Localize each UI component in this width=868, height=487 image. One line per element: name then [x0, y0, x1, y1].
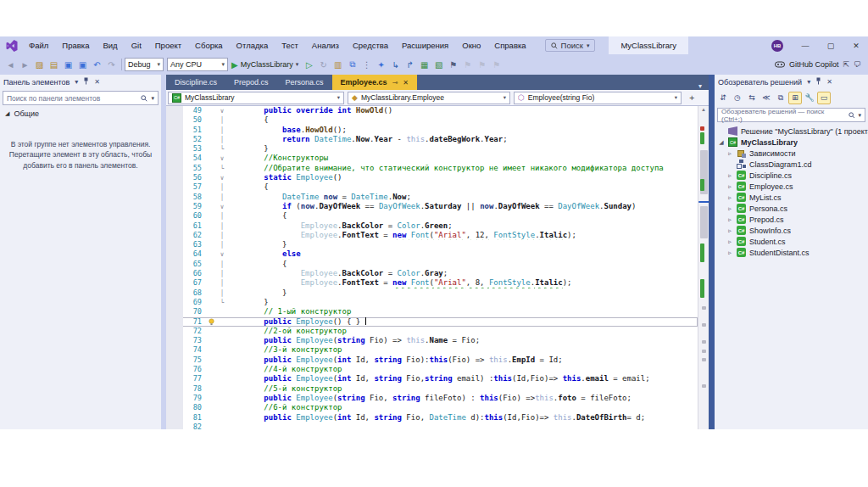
options-dots-icon[interactable]: ⋮: [359, 58, 374, 72]
outlining-margin[interactable]: [217, 413, 227, 423]
lightbulb-icon[interactable]: [208, 318, 215, 326]
save-all-icon[interactable]: ▣: [75, 58, 90, 72]
save-icon[interactable]: ▣: [61, 58, 75, 72]
close-icon[interactable]: ✕: [826, 78, 832, 86]
code-line-53[interactable]: 53└ }: [166, 144, 698, 154]
tree-arrow-collapsed-icon[interactable]: ▹: [726, 216, 733, 223]
tree-arrow-collapsed-icon[interactable]: ▹: [726, 227, 733, 234]
tree-item-student-cs[interactable]: ▹C#Student.cs: [715, 236, 868, 247]
tree-arrow-expanded-icon[interactable]: ◢: [718, 139, 725, 146]
close-button[interactable]: ✕: [844, 36, 868, 54]
hot-reload-icon[interactable]: ↻: [316, 58, 331, 72]
tab-prepod-cs[interactable]: Prepod.cs: [225, 75, 277, 90]
code-line-82[interactable]: 82: [166, 423, 698, 429]
code-line-73[interactable]: 73 public Employee(string Fio) => this.N…: [166, 336, 698, 345]
tree-item-prepod-cs[interactable]: ▹C#Prepod.cs: [715, 214, 868, 225]
tree-item-mylist-cs[interactable]: ▹C#MyList.cs: [715, 192, 868, 203]
preview-selected-items-icon[interactable]: ▭: [817, 92, 831, 104]
clear-bookmarks-icon[interactable]: ⚑: [489, 58, 504, 72]
outlining-margin[interactable]: [217, 374, 227, 383]
project-node[interactable]: ◢C#MyClassLibrary: [715, 137, 868, 148]
outlining-margin[interactable]: │: [217, 211, 227, 221]
outlining-margin[interactable]: │: [217, 260, 227, 269]
collapse-all-icon[interactable]: ≪: [760, 92, 773, 104]
code-line-52[interactable]: 52│ return DateTime.Now.Year - this.date…: [166, 135, 698, 144]
tree-item--[interactable]: ▹Зависимости: [715, 148, 868, 159]
live-share-icon[interactable]: ▥: [331, 58, 345, 72]
tree-item-discipline-cs[interactable]: ▹C#Discipline.cs: [715, 170, 868, 181]
code-line-54[interactable]: 54∨ //Конструкторы: [166, 154, 698, 163]
outlining-margin[interactable]: [217, 394, 227, 403]
outlining-margin[interactable]: ∨: [217, 202, 227, 211]
code-line-66[interactable]: 66│ Employee.BackColor = Color.Gray;: [166, 269, 698, 278]
document-list-icon[interactable]: ▾: [692, 82, 709, 90]
code-line-62[interactable]: 62│ Employee.FontText = new Font("Arial"…: [166, 231, 698, 240]
github-copilot-icon[interactable]: [775, 60, 785, 69]
outlining-margin[interactable]: [217, 345, 227, 355]
comment-icon[interactable]: ▦: [417, 58, 431, 72]
code-line-71[interactable]: 71 public Employee() { }: [166, 317, 698, 327]
menu-item-2[interactable]: Вид: [96, 36, 124, 54]
pin-icon[interactable]: ⊸: [392, 79, 398, 87]
copilot-label[interactable]: GitHub Copilot: [789, 60, 839, 69]
solution-platforms-combo[interactable]: Any CPU▾: [167, 58, 228, 71]
outlining-margin[interactable]: [217, 384, 227, 394]
outlining-margin[interactable]: │: [217, 182, 227, 192]
show-all-files-icon[interactable]: ⊞: [788, 92, 802, 104]
menu-item-6[interactable]: Отладка: [230, 36, 275, 54]
sync-with-active-document-icon[interactable]: ⇆: [745, 92, 759, 104]
solution-node[interactable]: Решение "MyClassLibrary" (1 проекта 1): [715, 126, 868, 137]
pin-icon[interactable]: [83, 77, 89, 87]
code-line-69[interactable]: 69└ }: [166, 298, 698, 307]
code-line-72[interactable]: 72 //2-ой конструктор: [166, 327, 698, 336]
tree-arrow-collapsed-icon[interactable]: ▹: [726, 194, 733, 201]
outlining-margin[interactable]: │: [217, 269, 227, 278]
menu-item-1[interactable]: Правка: [55, 36, 96, 54]
tree-arrow-collapsed-icon[interactable]: ▹: [726, 205, 733, 212]
code-line-74[interactable]: 74 //3-й конструктор: [166, 345, 698, 355]
menu-item-4[interactable]: Проект: [148, 36, 188, 54]
scroll-up-icon[interactable]: ▲: [698, 107, 709, 112]
project-dropdown[interactable]: C# MyClassLibrary▾: [168, 92, 344, 104]
tree-item-showinfo-cs[interactable]: ▹C#ShowInfo.cs: [715, 225, 868, 236]
properties-wrench-icon[interactable]: 🔧: [803, 92, 816, 104]
outlining-margin[interactable]: ∨: [217, 154, 227, 163]
outlining-margin[interactable]: └: [217, 298, 227, 307]
code-line-70[interactable]: 70 // 1-ый конструктор: [166, 307, 698, 316]
restore-button[interactable]: ▢: [819, 36, 843, 54]
menu-item-10[interactable]: Расширения: [395, 36, 455, 54]
tree-arrow-collapsed-icon[interactable]: ▹: [726, 183, 733, 190]
member-dropdown[interactable]: ⬡ Employee(string Fio)▾: [514, 92, 682, 104]
code-line-64[interactable]: 64∨ else: [166, 249, 698, 259]
tab-persona-cs[interactable]: Persona.cs: [277, 75, 332, 90]
minimize-button[interactable]: —: [793, 36, 817, 54]
copy-properties-icon[interactable]: ⧉: [774, 92, 787, 104]
outlining-margin[interactable]: [217, 423, 227, 429]
redo-icon[interactable]: ↷: [104, 58, 119, 72]
user-avatar[interactable]: НВ: [771, 40, 783, 52]
outlining-margin[interactable]: [217, 365, 227, 374]
undo-icon[interactable]: ↶: [90, 58, 104, 72]
outlining-margin[interactable]: ∨: [217, 173, 227, 182]
tree-item-studentdistant-cs[interactable]: ▹C#StudentDistant.cs: [715, 247, 868, 258]
chevron-down-icon[interactable]: ▾: [151, 95, 154, 102]
step-into-icon[interactable]: ↳: [388, 58, 403, 72]
attach-process-icon[interactable]: ⧉: [345, 58, 359, 72]
solution-configurations-combo[interactable]: Debug▾: [125, 58, 164, 71]
outlining-margin[interactable]: [217, 403, 227, 412]
code-line-68[interactable]: 68│ }: [166, 288, 698, 298]
outlining-margin[interactable]: │: [217, 126, 227, 135]
solution-search-input[interactable]: Обозреватель решений — поиск (Ctrl+;) ▾: [717, 108, 865, 122]
code-line-65[interactable]: 65│ {: [166, 260, 698, 269]
window-position-icon[interactable]: ▾: [75, 78, 78, 86]
chevron-down-icon[interactable]: ▾: [858, 112, 861, 119]
add-view-icon[interactable]: ＋: [685, 92, 698, 104]
outlining-margin[interactable]: │: [217, 193, 227, 202]
outlining-margin[interactable]: │: [217, 288, 227, 298]
switch-views-icon[interactable]: ⇵: [716, 92, 730, 104]
feedback-icon[interactable]: 🗩: [854, 60, 861, 69]
tree-item-persona-cs[interactable]: ▹C#Persona.cs: [715, 203, 868, 214]
outlining-margin[interactable]: │: [217, 240, 227, 249]
outlining-margin[interactable]: ∨: [217, 249, 227, 259]
navigate-back-icon[interactable]: ◄: [3, 58, 18, 72]
